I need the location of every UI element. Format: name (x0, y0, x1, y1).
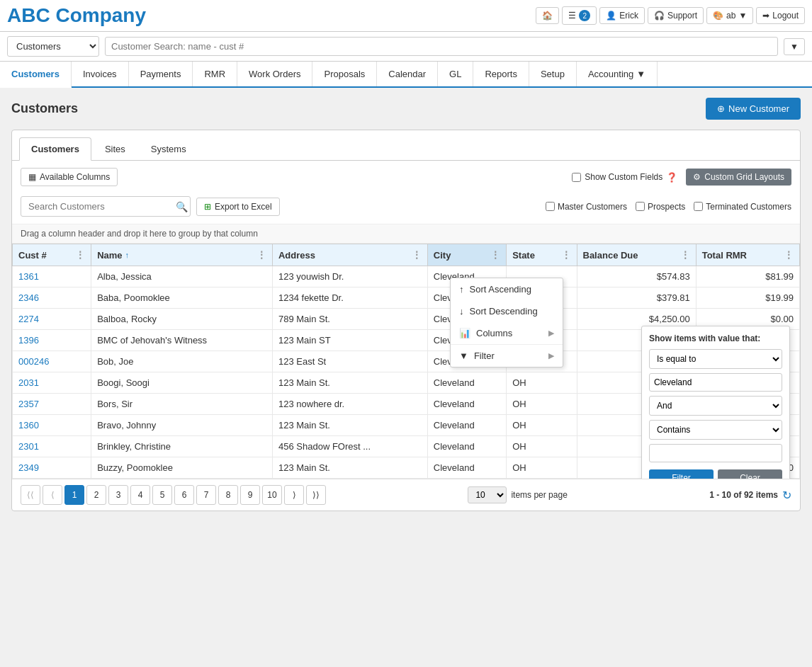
global-search-input[interactable] (105, 37, 778, 56)
nav-work-orders[interactable]: Work Orders (237, 62, 312, 86)
filter-value2-input[interactable] (649, 444, 782, 462)
page-8-button[interactable]: 8 (218, 485, 238, 505)
page-next-button[interactable]: ⟩ (284, 485, 304, 505)
nav-rmr[interactable]: RMR (193, 62, 237, 86)
search-customers-input[interactable] (21, 196, 191, 217)
address-col-menu[interactable]: ⋮ (412, 249, 422, 261)
page-first-button[interactable]: ⟨⟨ (21, 485, 40, 505)
filter-apply-button[interactable]: Filter (649, 469, 714, 479)
cust-num-link[interactable]: 2346 (18, 292, 39, 303)
nav-invoices[interactable]: Invoices (72, 62, 129, 86)
items-per-page: 10 25 50 100 items per page (468, 486, 567, 503)
sort-descending-item[interactable]: ↓ Sort Descending (451, 300, 563, 322)
nav-setup[interactable]: Setup (529, 62, 577, 86)
module-select[interactable]: Customers Invoices Payments Work Orders (7, 36, 99, 57)
nav-payments[interactable]: Payments (129, 62, 193, 86)
filter-value1-input[interactable] (649, 373, 782, 392)
master-customers-label[interactable]: Master Customers (546, 202, 627, 212)
show-custom-fields-checkbox[interactable] (572, 173, 581, 182)
name-col-menu[interactable]: ⋮ (256, 249, 266, 261)
filter-conjunction-select[interactable]: And Or (649, 396, 782, 416)
page-9-button[interactable]: 9 (240, 485, 260, 505)
nav-gl[interactable]: GL (438, 62, 473, 86)
global-search-dropdown[interactable]: ▼ (784, 38, 805, 55)
cell-name: Balboa, Rocky (91, 309, 273, 330)
state-col-menu[interactable]: ⋮ (561, 249, 571, 261)
available-columns-button[interactable]: ▦ Available Columns (21, 168, 118, 186)
page-prev-button[interactable]: ⟨ (43, 485, 62, 505)
cell-address: 789 Main St. (272, 309, 427, 330)
page-4-button[interactable]: 4 (130, 485, 150, 505)
theme-button[interactable]: 🎨 ab ▼ (706, 7, 753, 24)
rmr-col-menu[interactable]: ⋮ (784, 249, 794, 261)
page-2-button[interactable]: 2 (86, 485, 106, 505)
cust-num-link[interactable]: 1396 (18, 335, 39, 346)
filter-clear-button[interactable]: Clear (718, 469, 782, 479)
nav-proposals[interactable]: Proposals (312, 62, 377, 86)
balance-col-menu[interactable]: ⋮ (680, 249, 690, 261)
user-icon: 👤 (606, 11, 616, 21)
cell-cust-num: 000246 (13, 351, 91, 372)
refresh-button[interactable]: ↻ (782, 489, 791, 502)
custom-grid-layouts-button[interactable]: ⚙ Custom Grid Layouts (686, 169, 791, 186)
page-title: Customers (11, 101, 78, 116)
search-button[interactable]: 🔍 (176, 201, 188, 212)
tab-sites[interactable]: Sites (93, 137, 137, 160)
page-6-button[interactable]: 6 (174, 485, 194, 505)
terminated-customers-label[interactable]: Terminated Customers (694, 202, 791, 212)
city-col-menu[interactable]: ⋮ (490, 249, 500, 261)
columns-item[interactable]: 📊 Columns ▶ (451, 322, 563, 344)
filter-operator2-select[interactable]: Contains Is equal to Is not equal to Sta… (649, 420, 782, 440)
cust-num-link[interactable]: 2349 (18, 462, 39, 473)
page-last-button[interactable]: ⟩⟩ (306, 485, 326, 505)
sort-ascending-item[interactable]: ↑ Sort Ascending (451, 278, 563, 300)
master-customers-checkbox[interactable] (546, 202, 555, 211)
cust-num-link[interactable]: 1361 (18, 271, 39, 282)
cust-num-link[interactable]: 2031 (18, 377, 39, 388)
cell-cust-num: 2346 (13, 287, 91, 309)
columns-icon: ▦ (28, 172, 36, 182)
nav-customers[interactable]: Customers (0, 62, 72, 88)
page-7-button[interactable]: 7 (196, 485, 216, 505)
terminated-checkbox[interactable] (694, 202, 703, 211)
export-excel-button[interactable]: ⊞ Export to Excel (196, 198, 280, 216)
nav-reports[interactable]: Reports (473, 62, 529, 86)
cell-address: 123 nowhere dr. (272, 394, 427, 415)
cust-num-link[interactable]: 1360 (18, 420, 39, 431)
custom-grid-label: Custom Grid Layouts (704, 172, 784, 182)
tasks-button[interactable]: ☰ 2 (562, 6, 597, 25)
per-page-select[interactable]: 10 25 50 100 (468, 486, 507, 503)
user-button[interactable]: 👤 Erick (599, 7, 645, 24)
cust-num-link[interactable]: 2301 (18, 441, 39, 452)
new-customer-button[interactable]: ⊕ New Customer (706, 98, 801, 120)
cell-cust-num: 1360 (13, 415, 91, 436)
cell-city: Cleveland (427, 436, 506, 457)
cell-name: BMC of Jehovah's Witness (91, 330, 273, 351)
page-10-button[interactable]: 10 (262, 485, 282, 505)
cell-cust-num: 2357 (13, 394, 91, 415)
nav-calendar[interactable]: Calendar (377, 62, 438, 86)
page-1-button[interactable]: 1 (64, 485, 84, 505)
filter-item[interactable]: ▼ Filter ▶ (451, 344, 563, 367)
logout-button[interactable]: ➡ Logout (756, 7, 805, 24)
prospects-checkbox[interactable] (636, 202, 645, 211)
cust-num-link[interactable]: 000246 (18, 356, 49, 367)
page-5-button[interactable]: 5 (152, 485, 172, 505)
tab-customers[interactable]: Customers (19, 137, 91, 161)
tab-systems[interactable]: Systems (139, 137, 198, 160)
show-custom-fields-label[interactable]: Show Custom Fields ❓ (572, 172, 677, 183)
excel-icon: ⊞ (204, 202, 211, 212)
page-3-button[interactable]: 3 (108, 485, 128, 505)
cust-num-link[interactable]: 2357 (18, 399, 39, 409)
cust-num-col-menu[interactable]: ⋮ (75, 249, 85, 261)
home-button[interactable]: 🏠 (536, 7, 559, 24)
prospects-label[interactable]: Prospects (636, 202, 685, 212)
cust-num-link[interactable]: 2274 (18, 314, 39, 324)
search-export-row: 🔍 ⊞ Export to Excel Master Customers Pro… (12, 193, 800, 224)
support-button[interactable]: 🎧 Support (648, 7, 704, 24)
cell-name: Buzzy, Poomoklee (91, 457, 273, 479)
col-state: State ⋮ (507, 244, 577, 266)
filter-operator-select[interactable]: Is equal to Is not equal to Contains Sta… (649, 349, 782, 369)
nav-accounting[interactable]: Accounting ▼ (577, 62, 658, 86)
sort-desc-icon: ↓ (459, 306, 464, 317)
